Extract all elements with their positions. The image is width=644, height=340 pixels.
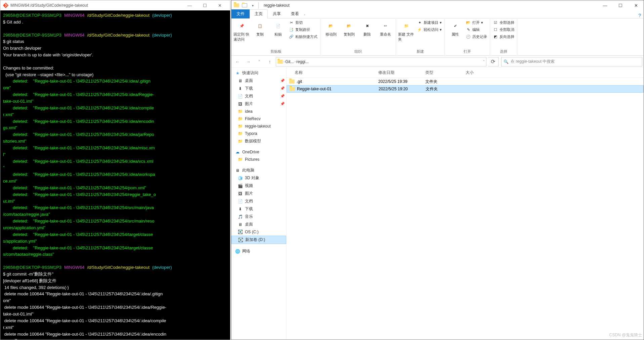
delete-button[interactable]: ✖删除: [359, 19, 376, 37]
nav-item[interactable]: ⬇下载📌: [231, 85, 286, 92]
select-all-button[interactable]: ☑全部选择: [492, 19, 515, 26]
move-to-button[interactable]: 📂移动到: [323, 19, 339, 37]
address-bar[interactable]: › Git... › reggi... ˅: [276, 57, 486, 66]
minimize-button[interactable]: —: [597, 1, 613, 10]
tab-file[interactable]: 文件: [231, 9, 250, 18]
pin-icon: 📌: [280, 86, 285, 91]
col-size[interactable]: 大小: [463, 70, 490, 76]
nav-item[interactable]: 🧊3D 对象: [231, 174, 286, 182]
git-bash-window: MINGW64:/d/Study/GitCode/reggie-takeout …: [0, 0, 230, 340]
search-input[interactable]: 🔍 在 reggie-takeout 中搜索: [501, 57, 642, 66]
nav-item[interactable]: 📄文档📌: [231, 92, 286, 100]
help-icon[interactable]: ?: [638, 13, 641, 18]
content-pane: 名称 修改日期 类型 大小 .git2022/5/25 19:39文件夹Regg…: [287, 68, 644, 340]
breadcrumb-item[interactable]: Git...: [285, 59, 294, 64]
nav-item[interactable]: 📁Typora: [231, 130, 286, 137]
onedrive-icon: ☁: [235, 149, 240, 155]
new-folder-button[interactable]: 📁新建 文件夹: [398, 19, 415, 42]
download-icon: ⬇: [238, 86, 243, 91]
newitem-icon: ✦: [417, 20, 422, 25]
pin-quickaccess-button[interactable]: 📌固定到 快速访问: [233, 19, 250, 42]
maximize-button[interactable]: ☐: [197, 1, 212, 10]
folder-icon: 📁: [238, 131, 243, 136]
nav-item[interactable]: 💽OS (C:): [231, 228, 286, 236]
properties-button[interactable]: ✔属性: [447, 19, 464, 37]
picture-icon: 🖼: [238, 101, 243, 107]
edit-button[interactable]: ✎编辑: [465, 26, 488, 33]
nav-onedrive[interactable]: ☁OneDrive: [231, 148, 286, 156]
qat-item[interactable]: [241, 2, 248, 9]
terminal-body[interactable]: 29658@DESKTOP-9SSM1P3 MINGW64 /d/Study/G…: [0, 10, 230, 340]
nav-item[interactable]: 🖼图片: [231, 190, 286, 197]
minimize-button[interactable]: —: [182, 1, 197, 10]
picture-icon: 🖼: [238, 191, 243, 196]
breadcrumb-item[interactable]: reggi...: [296, 59, 309, 64]
explorer-title: reggie-takeout: [264, 3, 597, 8]
chevron-right-icon[interactable]: ›: [295, 60, 296, 63]
new-item-button[interactable]: ✦新建项目 ▾: [416, 19, 442, 26]
nav-item[interactable]: 🎬视频: [231, 182, 286, 190]
rename-button[interactable]: ✏重命名: [377, 19, 394, 37]
col-type[interactable]: 类型: [423, 70, 463, 76]
file-list[interactable]: .git2022/5/25 19:39文件夹Reggie-take-out-01…: [287, 78, 644, 340]
back-button[interactable]: ←: [233, 57, 242, 66]
copy-to-button[interactable]: 📂复制到: [341, 19, 357, 37]
qat-chevron-icon[interactable]: ▾: [249, 2, 256, 9]
select-none-button[interactable]: ☐全部取消: [492, 26, 515, 33]
git-icon: [3, 3, 8, 8]
cut-icon: ✂: [289, 20, 294, 25]
newfolder-icon: 📁: [401, 20, 412, 31]
nav-item[interactable]: 🎵音乐: [231, 213, 286, 221]
nav-item[interactable]: 🖼图片📌: [231, 100, 286, 108]
close-button[interactable]: ✕: [212, 1, 227, 10]
tab-share[interactable]: 共享: [268, 9, 286, 18]
nav-item[interactable]: 📁FileRecv: [231, 115, 286, 123]
folder-icon: [289, 80, 295, 84]
nav-quick-access[interactable]: ★快速访问: [231, 69, 286, 77]
nav-item[interactable]: 📁idea: [231, 108, 286, 115]
file-explorer-window: ▾ │ reggie-takeout — ☐ ✕ 文件 主页 共享 查看 ˆ ?…: [231, 0, 644, 340]
nav-item[interactable]: ⬇下载: [231, 205, 286, 213]
terminal-titlebar[interactable]: MINGW64:/d/Study/GitCode/reggie-takeout …: [0, 0, 230, 10]
nav-item[interactable]: 💽新加卷 (D:): [231, 236, 286, 244]
navigation-pane[interactable]: ★快速访问 🖥桌面📌⬇下载📌📄文档📌🖼图片📌📁idea📁FileRecv📁reg…: [231, 68, 287, 340]
nav-this-pc[interactable]: 🖥此电脑: [231, 166, 286, 174]
paste-shortcut-button[interactable]: 🔗粘贴快捷方式: [288, 33, 318, 40]
chevron-right-icon[interactable]: ›: [284, 60, 285, 63]
nav-item[interactable]: 📄文档: [231, 197, 286, 205]
nav-item[interactable]: 📁数据模型: [231, 137, 286, 145]
file-row[interactable]: Reggie-take-out-012022/5/25 19:20文件夹: [287, 85, 644, 93]
tab-view[interactable]: 查看: [286, 9, 304, 18]
file-row[interactable]: .git2022/5/25 19:39文件夹: [287, 78, 644, 85]
close-button[interactable]: ✕: [628, 1, 644, 10]
nav-item[interactable]: 🖥桌面📌: [231, 77, 286, 85]
recent-dropdown[interactable]: ˅: [254, 57, 264, 66]
easy-access-button[interactable]: ⚡轻松访问 ▾: [416, 26, 442, 33]
invert-select-button[interactable]: ◩反向选择: [492, 33, 515, 40]
copy-button[interactable]: 📋复制: [252, 19, 268, 37]
col-name[interactable]: 名称: [287, 70, 376, 76]
tab-home[interactable]: 主页: [250, 9, 268, 18]
desktop-icon: 🖥: [238, 78, 243, 84]
explorer-titlebar[interactable]: ▾ │ reggie-takeout — ☐ ✕: [231, 0, 644, 10]
nav-item[interactable]: 📁reggie-takeout: [231, 123, 286, 130]
music-icon: 🎵: [238, 214, 243, 220]
paste-button[interactable]: 📄粘贴: [270, 19, 287, 37]
nav-network[interactable]: 🌐网络: [231, 247, 286, 255]
ribbon-collapse-icon[interactable]: ˆ: [304, 14, 305, 18]
nav-item[interactable]: 📁Pictures: [231, 156, 286, 163]
forward-button[interactable]: →: [244, 57, 253, 66]
history-button[interactable]: 🕘历史记录: [465, 33, 488, 40]
refresh-button[interactable]: ⟳: [488, 57, 499, 66]
delete-icon: ✖: [362, 20, 373, 31]
up-button[interactable]: ↑: [265, 57, 274, 66]
col-date[interactable]: 修改日期: [376, 70, 423, 76]
network-icon: 🌐: [235, 249, 240, 254]
nav-item[interactable]: 🖥桌面: [231, 221, 286, 228]
copy-path-button[interactable]: 📑复制路径: [288, 26, 318, 33]
chevron-down-icon[interactable]: ˅: [483, 60, 485, 63]
cut-button[interactable]: ✂剪切: [288, 19, 318, 26]
pin-icon: 📌: [280, 102, 285, 106]
open-button[interactable]: 📂打开 ▾: [465, 19, 488, 26]
maximize-button[interactable]: ☐: [613, 1, 628, 10]
